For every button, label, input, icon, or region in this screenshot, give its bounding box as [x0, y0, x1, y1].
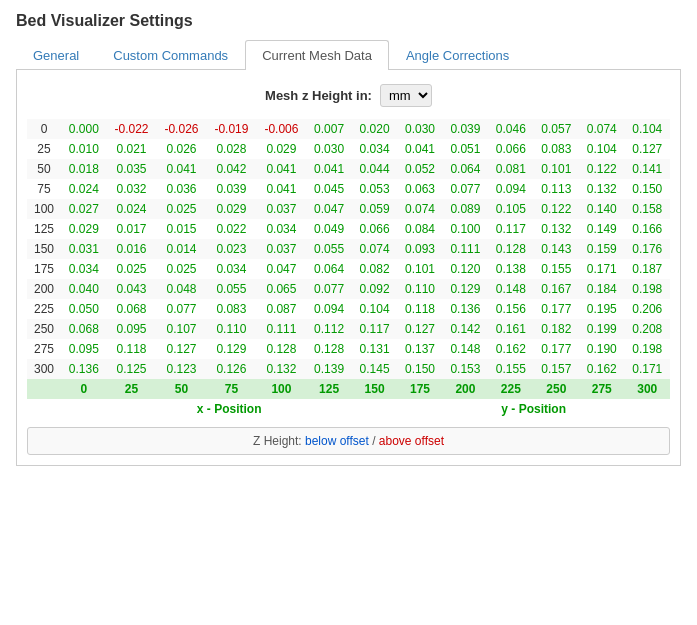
cell-value: 0.018 [61, 159, 106, 179]
cell-value: 0.092 [352, 279, 397, 299]
cell-value: 0.132 [579, 179, 624, 199]
cell-value: 0.083 [206, 299, 256, 319]
cell-value: 0.127 [397, 319, 442, 339]
cell-value: 0.030 [306, 139, 351, 159]
mesh-table-wrapper: 00.000-0.022-0.026-0.019-0.0060.0070.020… [27, 119, 670, 419]
cell-value: 0.111 [256, 319, 306, 339]
cell-value: 0.034 [61, 259, 106, 279]
cell-value: 0.132 [256, 359, 306, 379]
cell-value: 0.047 [256, 259, 306, 279]
cell-value: 0.068 [107, 299, 157, 319]
cell-value: 0.150 [397, 359, 442, 379]
cell-value: 0.128 [306, 339, 351, 359]
cell-value: 0.107 [156, 319, 206, 339]
cell-value: 0.198 [624, 279, 670, 299]
cell-value: 0.145 [352, 359, 397, 379]
cell-value: 0.171 [579, 259, 624, 279]
table-row: 3000.1360.1250.1230.1260.1320.1390.1450.… [27, 359, 670, 379]
cell-value: 0.155 [488, 359, 533, 379]
tab-bar: General Custom Commands Current Mesh Dat… [16, 40, 681, 70]
col-header-cell: 275 [579, 379, 624, 399]
cell-value: 0.041 [156, 159, 206, 179]
cell-value: 0.047 [306, 199, 351, 219]
cell-value: 0.041 [256, 159, 306, 179]
cell-value: 0.127 [624, 139, 670, 159]
cell-value: 0.118 [107, 339, 157, 359]
cell-value: 0.032 [107, 179, 157, 199]
cell-value: 0.101 [534, 159, 579, 179]
cell-value: 0.093 [397, 239, 442, 259]
cell-value: 0.068 [61, 319, 106, 339]
row-label: 300 [27, 359, 61, 379]
row-label: 100 [27, 199, 61, 219]
col-header-cell: 150 [352, 379, 397, 399]
cell-value: 0.161 [488, 319, 533, 339]
cell-value: 0.182 [534, 319, 579, 339]
cell-value: 0.084 [397, 219, 442, 239]
cell-value: 0.025 [156, 199, 206, 219]
cell-value: 0.159 [579, 239, 624, 259]
cell-value: 0.177 [534, 339, 579, 359]
axis-label-row: x - Positiony - Position [27, 399, 670, 419]
axis-empty [27, 399, 61, 419]
cell-value: 0.055 [206, 279, 256, 299]
cell-value: 0.031 [61, 239, 106, 259]
cell-value: 0.035 [107, 159, 157, 179]
cell-value: 0.020 [352, 119, 397, 139]
tab-content-mesh: Mesh z Height in: mm in 00.000-0.022-0.0… [16, 70, 681, 466]
cell-value: 0.074 [397, 199, 442, 219]
cell-value: 0.128 [256, 339, 306, 359]
col-header-cell: 0 [61, 379, 106, 399]
cell-value: 0.142 [443, 319, 488, 339]
cell-value: 0.187 [624, 259, 670, 279]
cell-value: 0.195 [579, 299, 624, 319]
page-title: Bed Visualizer Settings [16, 12, 681, 30]
cell-value: 0.136 [61, 359, 106, 379]
cell-value: 0.198 [624, 339, 670, 359]
cell-value: 0.036 [156, 179, 206, 199]
col-header-cell: 75 [206, 379, 256, 399]
cell-value: 0.059 [352, 199, 397, 219]
mesh-unit-select[interactable]: mm in [380, 84, 432, 107]
cell-value: 0.034 [352, 139, 397, 159]
cell-value: 0.094 [488, 179, 533, 199]
mesh-table: 00.000-0.022-0.026-0.019-0.0060.0070.020… [27, 119, 670, 419]
cell-value: 0.118 [397, 299, 442, 319]
row-label: 250 [27, 319, 61, 339]
cell-value: 0.104 [352, 299, 397, 319]
cell-value: 0.064 [306, 259, 351, 279]
col-header-cell: 100 [256, 379, 306, 399]
cell-value: 0.037 [256, 239, 306, 259]
cell-value: 0.025 [107, 259, 157, 279]
col-header-cell: 125 [306, 379, 351, 399]
cell-value: 0.042 [206, 159, 256, 179]
cell-value: 0.190 [579, 339, 624, 359]
cell-value: 0.089 [443, 199, 488, 219]
cell-value: 0.024 [61, 179, 106, 199]
cell-value: 0.117 [488, 219, 533, 239]
cell-value: 0.044 [352, 159, 397, 179]
cell-value: 0.123 [156, 359, 206, 379]
tab-current-mesh-data[interactable]: Current Mesh Data [245, 40, 389, 70]
axis-y-label: y - Position [397, 399, 670, 419]
cell-value: 0.034 [256, 219, 306, 239]
col-header-cell: 300 [624, 379, 670, 399]
cell-value: 0.029 [61, 219, 106, 239]
cell-value: 0.027 [61, 199, 106, 219]
tab-custom-commands[interactable]: Custom Commands [96, 40, 245, 70]
cell-value: 0.143 [534, 239, 579, 259]
cell-value: 0.127 [156, 339, 206, 359]
table-row: 2500.0680.0950.1070.1100.1110.1120.1170.… [27, 319, 670, 339]
cell-value: 0.024 [107, 199, 157, 219]
tab-angle-corrections[interactable]: Angle Corrections [389, 40, 526, 70]
cell-value: 0.010 [61, 139, 106, 159]
cell-value: 0.015 [156, 219, 206, 239]
cell-value: 0.141 [624, 159, 670, 179]
cell-value: 0.052 [397, 159, 442, 179]
row-label: 50 [27, 159, 61, 179]
cell-value: 0.028 [206, 139, 256, 159]
cell-value: 0.077 [156, 299, 206, 319]
tab-general[interactable]: General [16, 40, 96, 70]
cell-value: 0.046 [488, 119, 533, 139]
cell-value: 0.034 [206, 259, 256, 279]
